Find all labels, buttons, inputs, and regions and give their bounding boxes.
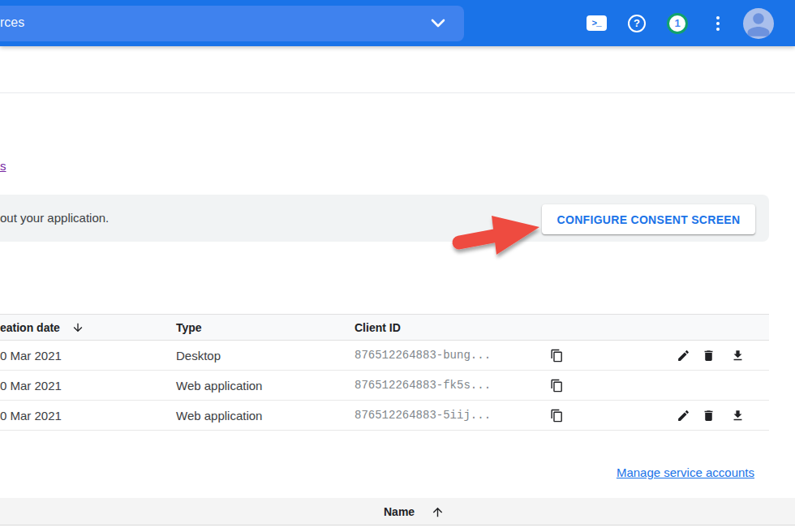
gcp-credentials-page: rces >_ ? 1 s out your application: [0, 0, 795, 532]
search-input-value: rces: [0, 15, 24, 30]
help-button[interactable]: ?: [626, 0, 647, 46]
column-header-type[interactable]: Type: [176, 315, 202, 340]
cell-creation-date: 0 Mar 2021: [0, 401, 62, 430]
sort-down-icon: [71, 321, 84, 334]
download-icon[interactable]: [731, 401, 745, 430]
cell-client-id: 876512264883-bung...: [355, 341, 491, 370]
notification-badge: 1: [667, 13, 688, 34]
configure-consent-screen-button[interactable]: CONFIGURE CONSENT SCREEN: [542, 204, 755, 234]
table-header-row: eation date Type Client ID: [0, 314, 769, 341]
cloud-shell-icon: >_: [587, 15, 607, 31]
overflow-menu-button[interactable]: [709, 0, 727, 46]
consent-banner: out your application. CONFIGURE CONSENT …: [0, 195, 769, 242]
search-resources-input[interactable]: rces: [0, 6, 464, 41]
avatar: [743, 8, 774, 39]
table-row: 0 Mar 2021 Desktop 876512264883-bung...: [0, 341, 769, 371]
cloud-shell-button[interactable]: >_: [585, 0, 608, 46]
manage-service-accounts-link[interactable]: Manage service accounts: [617, 466, 754, 479]
copy-icon[interactable]: [550, 341, 564, 370]
help-icon: ?: [628, 15, 646, 32]
cell-type: Desktop: [176, 341, 221, 370]
notifications-button[interactable]: 1: [664, 0, 690, 46]
sort-up-icon: [431, 505, 445, 519]
cell-creation-date: 0 Mar 2021: [0, 371, 62, 400]
column-header-name[interactable]: Name: [384, 498, 445, 526]
cell-client-id: 876512264883-5iij...: [355, 401, 491, 430]
column-header-client-id[interactable]: Client ID: [355, 315, 401, 340]
delete-icon[interactable]: [702, 401, 716, 430]
cell-type: Web application: [176, 401, 262, 430]
edit-icon[interactable]: [677, 401, 690, 430]
cell-creation-date: 0 Mar 2021: [0, 341, 62, 370]
service-accounts-header-row: Name: [0, 498, 795, 526]
truncated-link[interactable]: s: [0, 159, 6, 173]
column-header-creation-date[interactable]: eation date: [0, 315, 84, 340]
kebab-menu-icon: [716, 16, 720, 19]
app-bar: rces >_ ? 1: [0, 0, 795, 46]
section-divider: [0, 92, 795, 93]
cell-type: Web application: [176, 371, 262, 400]
download-icon[interactable]: [731, 341, 745, 370]
table-row: 0 Mar 2021 Web application 876512264883-…: [0, 401, 769, 431]
consent-banner-text: out your application.: [0, 211, 109, 225]
cell-client-id: 876512264883-fk5s...: [355, 371, 491, 400]
copy-icon[interactable]: [550, 401, 564, 430]
account-button[interactable]: [742, 0, 775, 46]
edit-icon[interactable]: [677, 341, 690, 370]
oauth-clients-table: eation date Type Client ID 0 Mar 2021 De…: [0, 314, 769, 431]
table-row: 0 Mar 2021 Web application 876512264883-…: [0, 371, 769, 401]
red-annotation-arrow: [445, 197, 550, 265]
delete-icon[interactable]: [702, 341, 716, 370]
copy-icon[interactable]: [550, 371, 564, 400]
chevron-down-icon[interactable]: [430, 18, 446, 32]
